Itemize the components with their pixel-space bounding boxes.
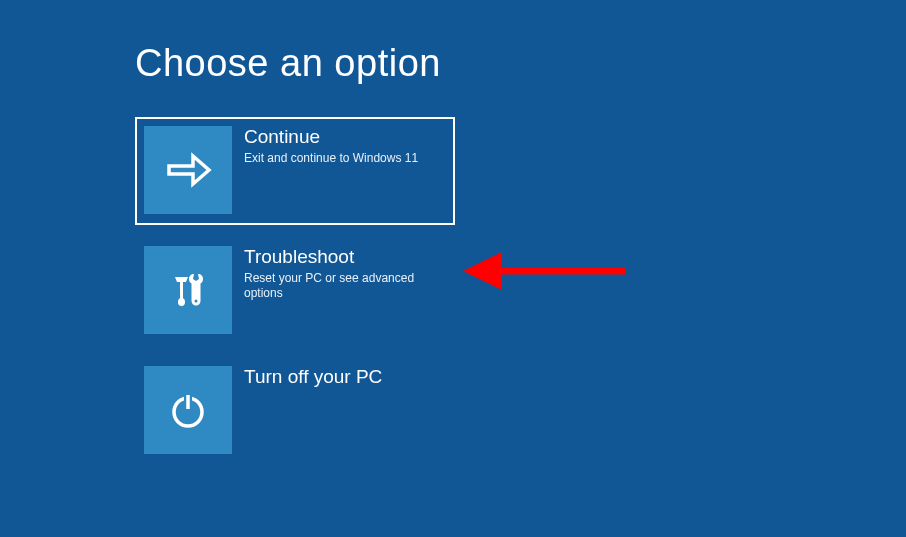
option-text: Troubleshoot Reset your PC or see advanc… — [232, 246, 446, 302]
option-turnoff-title: Turn off your PC — [244, 366, 382, 389]
option-troubleshoot-desc: Reset your PC or see advanced options — [244, 271, 446, 302]
option-turnoff[interactable]: Turn off your PC — [135, 357, 455, 465]
option-text: Turn off your PC — [232, 366, 382, 391]
power-icon — [144, 366, 232, 454]
arrow-right-icon — [144, 126, 232, 214]
page-title: Choose an option — [135, 42, 906, 85]
tools-icon — [144, 246, 232, 334]
option-text: Continue Exit and continue to Windows 11 — [232, 126, 418, 166]
option-troubleshoot-title: Troubleshoot — [244, 246, 446, 269]
option-continue-title: Continue — [244, 126, 418, 149]
options-list: Continue Exit and continue to Windows 11… — [0, 85, 906, 465]
option-continue-desc: Exit and continue to Windows 11 — [244, 151, 418, 167]
svg-point-2 — [195, 300, 198, 303]
svg-point-1 — [178, 298, 185, 306]
header: Choose an option — [0, 0, 906, 85]
option-troubleshoot[interactable]: Troubleshoot Reset your PC or see advanc… — [135, 237, 455, 345]
option-continue[interactable]: Continue Exit and continue to Windows 11 — [135, 117, 455, 225]
